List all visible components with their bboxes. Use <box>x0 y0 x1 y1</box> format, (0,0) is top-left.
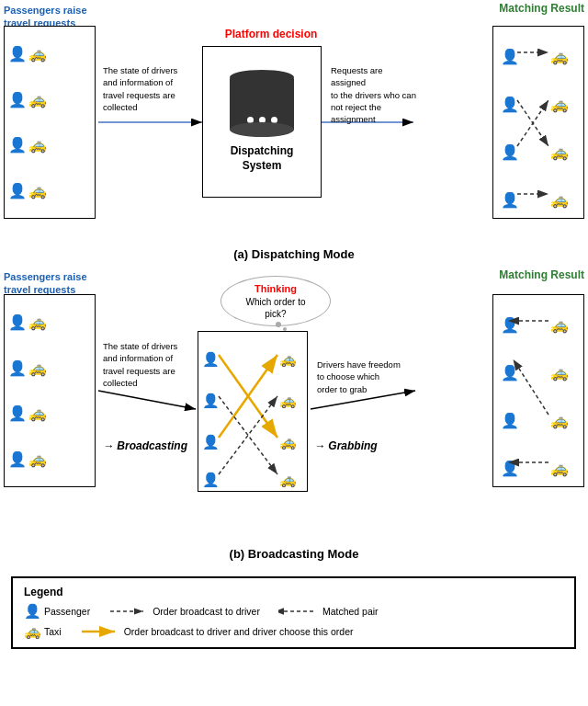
passenger-taxi-pair-1: 👤🚕 <box>8 45 49 63</box>
section-b-crossing-svg: 👤 🚕 👤 🚕 👤 🚕 👤 🚕 <box>198 332 309 493</box>
svg-text:🚕: 🚕 <box>279 393 297 409</box>
section-b-passengers-box: 👤🚕 👤🚕 👤🚕 👤🚕 <box>4 294 96 487</box>
passenger-taxi-pair-4: 👤🚕 <box>8 182 49 199</box>
svg-text:👤: 👤 <box>501 460 519 477</box>
svg-text:👤: 👤 <box>202 351 220 368</box>
svg-text:👤: 👤 <box>501 191 519 209</box>
legend-title: Legend <box>24 586 563 598</box>
svg-text:👤: 👤 <box>202 393 220 409</box>
section-b-text-left: The state of driversand information oftr… <box>103 340 186 389</box>
svg-text:🚕: 🚕 <box>550 460 569 477</box>
svg-text:👤: 👤 <box>501 48 519 65</box>
section-a: Passengers raisetravel requests Matching… <box>0 0 588 267</box>
legend-taxi: 🚕 Taxi <box>24 623 62 640</box>
passenger-taxi-pair-2: 👤🚕 <box>8 91 49 108</box>
section-b-matching-box: 👤 🚕 👤 🚕 👤 🚕 👤 🚕 <box>492 294 584 487</box>
section-a-dispatch-system-label: DispatchingSystem <box>231 144 294 173</box>
svg-text:👤: 👤 <box>501 364 519 381</box>
svg-text:🚕: 🚕 <box>550 143 569 161</box>
svg-text:👤: 👤 <box>501 316 519 334</box>
section-a-text-left: The state of driversand information oftr… <box>103 64 190 113</box>
svg-text:🚕: 🚕 <box>279 351 297 368</box>
svg-text:🚕: 🚕 <box>550 191 569 209</box>
svg-text:🚕: 🚕 <box>279 472 297 488</box>
section-a-matching-title: Matching Result <box>499 2 584 15</box>
section-b-grabbing-label: → Grabbing <box>314 439 397 452</box>
svg-text:👤: 👤 <box>501 143 519 161</box>
legend-matched-pair: Matched pair <box>278 605 379 618</box>
svg-text:👤: 👤 <box>501 412 519 429</box>
section-b: Passengers raisetravel requests Matching… <box>0 267 588 653</box>
legend-yellow-order: Order broadcast to driver and driver cho… <box>80 625 354 638</box>
section-b-matching-title: Matching Result <box>499 268 584 281</box>
svg-text:🚕: 🚕 <box>279 434 297 450</box>
section-a-passengers-box: 👤🚕 👤🚕 👤🚕 👤🚕 <box>4 26 96 219</box>
svg-text:🚕: 🚕 <box>550 96 569 113</box>
section-b-text-right: Drivers have freedomto choose whichorder… <box>317 359 404 395</box>
section-b-broadcasting-label: → Broadcasting <box>103 439 190 452</box>
diagram-container: Passengers raisetravel requests Matching… <box>0 0 588 706</box>
legend-order-broadcast: Order broadcast to driver <box>108 605 260 618</box>
svg-text:🚕: 🚕 <box>550 364 569 381</box>
svg-text:🚕: 🚕 <box>550 48 569 65</box>
section-b-passengers-title: Passengers raisetravel requests <box>4 270 96 297</box>
svg-text:👤: 👤 <box>202 434 220 450</box>
section-a-matching-svg: 👤 🚕 👤 🚕 👤 🚕 👤 🚕 <box>493 27 585 220</box>
svg-line-42 <box>98 391 196 409</box>
section-a-platform-label: Platform decision <box>211 28 331 40</box>
legend-passenger: 👤 Passenger <box>24 603 90 620</box>
section-a-dispatch-box: DispatchingSystem <box>202 46 322 198</box>
thinking-bubble: Thinking Which order topick? <box>220 276 331 326</box>
section-a-text-right: Requests are assignedto the drivers who … <box>331 64 418 125</box>
svg-text:👤: 👤 <box>202 472 220 488</box>
svg-text:👤: 👤 <box>501 96 519 113</box>
passenger-taxi-pair-3: 👤🚕 <box>8 136 49 154</box>
section-b-title: (b) Broadcasting Mode <box>0 547 588 561</box>
legend: Legend 👤 Passenger <box>11 576 576 649</box>
section-a-title: (a) Dispatching Mode <box>0 247 588 261</box>
section-a-matching-box: 👤 🚕 👤 🚕 👤 🚕 👤 🚕 <box>492 26 584 219</box>
section-b-crossing-box: 👤 🚕 👤 🚕 👤 🚕 👤 🚕 <box>198 331 308 492</box>
svg-text:🚕: 🚕 <box>550 316 569 334</box>
section-b-matching-svg: 👤 🚕 👤 🚕 👤 🚕 👤 🚕 <box>493 295 585 488</box>
svg-line-57 <box>519 369 548 415</box>
svg-text:🚕: 🚕 <box>550 412 569 429</box>
